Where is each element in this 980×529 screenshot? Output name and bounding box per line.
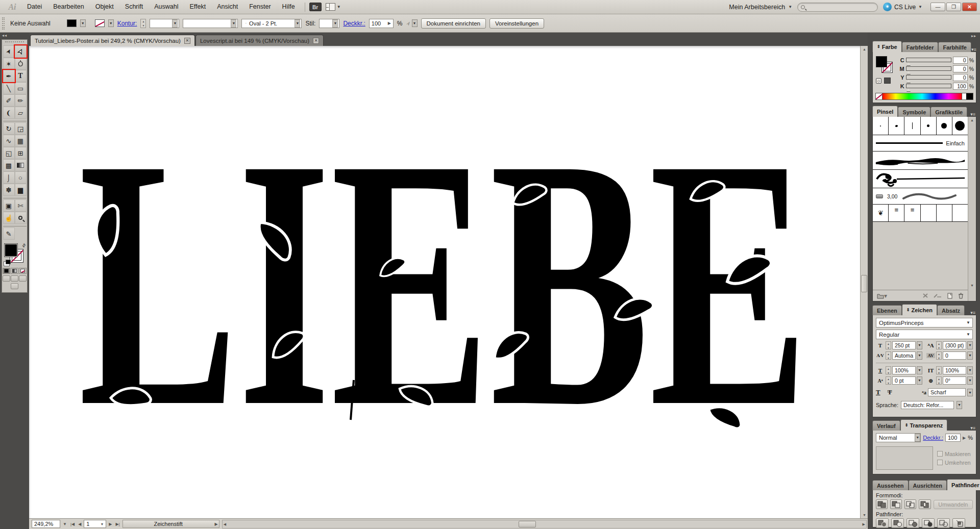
ruler-tool[interactable]: ✎: [3, 228, 15, 240]
opacity-input[interactable]: 100 ▶: [369, 19, 394, 28]
brush-item[interactable]: [952, 117, 968, 135]
brush-libraries-icon[interactable]: ▾: [877, 292, 887, 299]
leading-control[interactable]: ᴬA ▲▼ (300 pt)▼: [926, 341, 973, 349]
chevron-down-icon[interactable]: ▼: [62, 522, 68, 526]
menu-item[interactable]: Datei: [21, 0, 47, 14]
lasso-tool[interactable]: Ϙ: [15, 58, 27, 70]
vertical-scroll-thumb[interactable]: [861, 275, 867, 292]
brush-item-charcoal[interactable]: [873, 152, 968, 170]
menu-item[interactable]: Objekt: [90, 0, 119, 14]
panel-grip[interactable]: [2, 17, 5, 30]
rectangle-tool[interactable]: ▭: [15, 82, 27, 94]
direct-selection-tool[interactable]: ➤: [15, 45, 27, 58]
divide-button[interactable]: [876, 518, 889, 528]
black-swatch[interactable]: [966, 93, 973, 99]
tab-transparenz[interactable]: ⇕Transparenz: [900, 419, 948, 431]
expand-dock-icon[interactable]: ▸▸: [872, 33, 976, 40]
panel-grip[interactable]: [5, 41, 24, 44]
slider-thumb[interactable]: [906, 71, 911, 74]
selection-tool[interactable]: ➤: [3, 45, 15, 58]
tab-grafikstile[interactable]: Grafikstile: [930, 107, 967, 117]
tool-button[interactable]: [3, 119, 27, 121]
slider-thumb[interactable]: [906, 80, 911, 83]
brush-item[interactable]: [952, 205, 968, 221]
draw-normal-button[interactable]: [3, 275, 10, 282]
first-page-button[interactable]: |◀: [69, 522, 76, 526]
perspective-grid-tool[interactable]: ⊞: [15, 147, 27, 159]
menu-item[interactable]: Hilfe: [277, 0, 301, 14]
horizontal-scale-control[interactable]: T ▲▼ 100%▼: [876, 366, 922, 374]
last-page-button[interactable]: ▶|: [114, 522, 120, 526]
select-similar-button[interactable]: ➢ ▼: [406, 19, 417, 27]
channel-slider[interactable]: [906, 66, 951, 71]
new-brush-icon[interactable]: [947, 293, 953, 299]
channel-slider[interactable]: [906, 58, 951, 62]
kerning-control[interactable]: A⁄V ▲▼ Automa▼: [876, 351, 922, 360]
strikethrough-button[interactable]: T: [888, 388, 892, 396]
brush-item-einfach[interactable]: Einfach: [873, 135, 968, 152]
fill-color-dropdown[interactable]: ▼: [80, 19, 86, 27]
scroll-down-icon[interactable]: ▼: [968, 282, 976, 289]
tool-button[interactable]: [3, 224, 27, 226]
brush-item[interactable]: [921, 117, 937, 135]
artboard-tool[interactable]: ▣: [3, 199, 15, 212]
stroke-color-swatch[interactable]: [95, 19, 105, 27]
merge-button[interactable]: [906, 518, 919, 528]
blob-brush-tool[interactable]: ❨: [3, 107, 15, 119]
scroll-down-icon[interactable]: ▼: [861, 512, 868, 518]
scroll-right-icon[interactable]: ▶: [863, 520, 865, 528]
width-tool[interactable]: ∿: [3, 135, 15, 147]
vertical-scale-control[interactable]: IT ▲▼ 100%▼: [926, 366, 973, 374]
font-size-control[interactable]: T ▲▼ 250 pt▼: [876, 341, 922, 349]
zoom-tool[interactable]: [15, 212, 27, 224]
fill-stroke-control[interactable]: ⇄: [4, 243, 26, 266]
hand-tool[interactable]: ☝: [3, 212, 15, 224]
preferences-button[interactable]: Voreinstellungen: [489, 18, 544, 29]
paint-none-button[interactable]: [19, 268, 27, 274]
crop-button[interactable]: [922, 518, 935, 528]
brush-item[interactable]: ≡: [889, 205, 904, 221]
channel-slider[interactable]: [906, 75, 951, 80]
tab-tutorial-liebes-poster[interactable]: Tutorial_Liebes-Poster.ai bei 249,2 % (C…: [30, 35, 195, 46]
type-tool[interactable]: T: [15, 70, 27, 82]
eyedropper-tool[interactable]: ⌡: [3, 171, 15, 184]
blend-mode-select[interactable]: Normal▼: [876, 433, 921, 442]
stroke-weight-stepper[interactable]: ▲▼: [140, 19, 146, 28]
scroll-up-icon[interactable]: ▲: [861, 46, 868, 53]
close-icon[interactable]: ✕: [184, 38, 190, 44]
gamut-swatch[interactable]: [884, 78, 891, 84]
slider-thumb[interactable]: [906, 62, 911, 65]
brush-definition-select[interactable]: · Oval - 2 Pt. ▼: [241, 19, 302, 28]
brush-item[interactable]: ≡: [904, 205, 920, 221]
baseline-shift-control[interactable]: Aᵃ ▲▼ 0 pt▼: [876, 376, 922, 385]
scroll-left-icon[interactable]: ◀: [224, 520, 226, 528]
pencil-tool[interactable]: ✏: [15, 94, 27, 107]
brushes-scrollbar[interactable]: ▲ ▼: [968, 117, 976, 301]
vertical-scrollbar[interactable]: ▲ ▼: [860, 46, 868, 518]
fill-color-swatch[interactable]: [67, 19, 77, 27]
draw-inside-button[interactable]: [19, 275, 27, 282]
swap-fill-stroke-icon[interactable]: ⇄: [21, 242, 27, 248]
paintbrush-tool[interactable]: ✐: [3, 94, 15, 107]
tab-farbhilfe[interactable]: Farbhilfe: [938, 42, 971, 52]
panel-menu-icon[interactable]: ▾≡: [970, 112, 976, 117]
stroke-options-icon[interactable]: [934, 293, 942, 298]
tab-lovescript[interactable]: Lovescript.ai bei 149 % (CMYK/Vorschau) …: [195, 35, 324, 46]
channel-value[interactable]: 0: [953, 74, 968, 81]
status-menu-icon[interactable]: ▶: [214, 522, 219, 526]
out-of-gamut-icon[interactable]: ◇: [876, 78, 881, 84]
menu-item[interactable]: Schrift: [119, 0, 149, 14]
menu-item[interactable]: Bearbeiten: [47, 0, 89, 14]
tab-pinsel[interactable]: Pinsel: [872, 106, 898, 117]
tab-farbfelder[interactable]: Farbfelder: [902, 42, 939, 52]
brush-item[interactable]: [889, 117, 904, 135]
symbol-sprayer-tool[interactable]: ✽: [3, 184, 15, 196]
horizontal-scroll-thumb[interactable]: [519, 521, 536, 527]
delete-brush-icon[interactable]: [958, 293, 964, 299]
stroke-weight-link[interactable]: Kontur:: [117, 20, 137, 27]
column-graph-tool[interactable]: ▆: [15, 184, 27, 196]
tab-ausrichten[interactable]: Ausrichten: [909, 480, 947, 490]
fill-proxy[interactable]: [4, 243, 18, 257]
remove-brush-stroke-icon[interactable]: [922, 293, 928, 298]
channel-value[interactable]: 100: [953, 83, 968, 90]
